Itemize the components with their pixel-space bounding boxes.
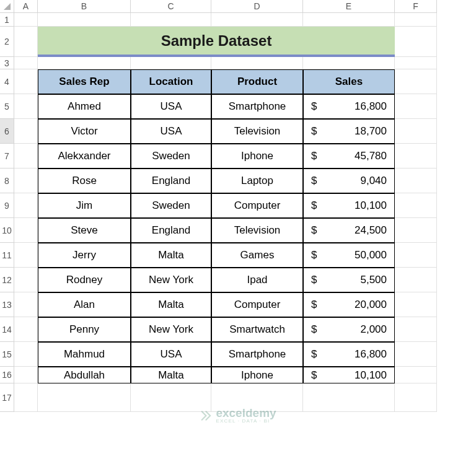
row-head-17[interactable]: 17 <box>0 383 14 412</box>
cell[interactable] <box>395 383 437 412</box>
row-head-12[interactable]: 12 <box>0 268 14 292</box>
col-head-B[interactable]: B <box>38 0 131 13</box>
table-cell-sales[interactable]: $16,800 <box>303 342 395 367</box>
select-all-corner[interactable] <box>0 0 14 13</box>
table-cell-sales[interactable]: $2,000 <box>303 317 395 342</box>
table-cell-prod[interactable]: Computer <box>211 292 303 317</box>
row-head-15[interactable]: 15 <box>0 342 14 367</box>
row-head-14[interactable]: 14 <box>0 317 14 342</box>
cell[interactable] <box>14 57 38 69</box>
cell[interactable] <box>14 367 38 383</box>
table-cell-loc[interactable]: USA <box>131 94 211 119</box>
cell[interactable] <box>395 94 437 119</box>
cell[interactable] <box>303 383 395 412</box>
cell[interactable] <box>38 13 131 27</box>
cell[interactable] <box>14 193 38 218</box>
cell[interactable] <box>14 268 38 292</box>
cell[interactable] <box>395 27 437 57</box>
table-cell-sales[interactable]: $5,500 <box>303 268 395 292</box>
row-head-5[interactable]: 5 <box>0 94 14 119</box>
cell[interactable] <box>395 13 437 27</box>
table-cell-rep[interactable]: Alan <box>38 292 131 317</box>
table-cell-rep[interactable]: Rodney <box>38 268 131 292</box>
cell[interactable] <box>14 292 38 317</box>
row-head-11[interactable]: 11 <box>0 243 14 268</box>
table-cell-loc[interactable]: USA <box>131 342 211 367</box>
cell[interactable] <box>131 57 211 69</box>
table-cell-loc[interactable]: New York <box>131 268 211 292</box>
cell[interactable] <box>395 243 437 268</box>
cell[interactable] <box>211 13 303 27</box>
cell[interactable] <box>38 383 131 412</box>
table-cell-rep[interactable]: Ahmed <box>38 94 131 119</box>
cell[interactable] <box>395 57 437 69</box>
cell[interactable] <box>14 69 38 94</box>
cell[interactable] <box>395 144 437 169</box>
cell[interactable] <box>14 243 38 268</box>
table-cell-sales[interactable]: $10,100 <box>303 367 395 383</box>
row-head-10[interactable]: 10 <box>0 218 14 243</box>
table-cell-prod[interactable]: Iphone <box>211 144 303 169</box>
table-cell-prod[interactable]: Television <box>211 218 303 243</box>
table-cell-loc[interactable]: England <box>131 218 211 243</box>
row-head-7[interactable]: 7 <box>0 144 14 169</box>
cell[interactable] <box>14 13 38 27</box>
cell[interactable] <box>14 169 38 193</box>
row-head-3[interactable]: 3 <box>0 57 14 69</box>
table-cell-rep[interactable]: Alekxander <box>38 144 131 169</box>
table-cell-prod[interactable]: Smartphone <box>211 342 303 367</box>
cell[interactable] <box>38 57 131 69</box>
cell[interactable] <box>211 57 303 69</box>
cell[interactable] <box>395 193 437 218</box>
row-head-1[interactable]: 1 <box>0 13 14 27</box>
table-cell-sales[interactable]: $10,100 <box>303 193 395 218</box>
table-cell-loc[interactable]: Malta <box>131 367 211 383</box>
cell[interactable] <box>395 342 437 367</box>
table-cell-prod[interactable]: Smartwatch <box>211 317 303 342</box>
cell[interactable] <box>14 144 38 169</box>
cell[interactable] <box>395 268 437 292</box>
table-cell-prod[interactable]: Laptop <box>211 169 303 193</box>
cell[interactable] <box>14 342 38 367</box>
cell[interactable] <box>395 119 437 144</box>
table-cell-loc[interactable]: New York <box>131 317 211 342</box>
cell[interactable] <box>303 13 395 27</box>
col-head-C[interactable]: C <box>131 0 211 13</box>
table-cell-sales[interactable]: $45,780 <box>303 144 395 169</box>
cell[interactable] <box>14 317 38 342</box>
cell[interactable] <box>14 94 38 119</box>
table-cell-sales[interactable]: $20,000 <box>303 292 395 317</box>
col-head-F[interactable]: F <box>395 0 437 13</box>
cell[interactable] <box>395 367 437 383</box>
table-cell-rep[interactable]: Jim <box>38 193 131 218</box>
cell[interactable] <box>395 69 437 94</box>
table-cell-prod[interactable]: Ipad <box>211 268 303 292</box>
table-cell-prod[interactable]: Computer <box>211 193 303 218</box>
row-head-8[interactable]: 8 <box>0 169 14 193</box>
row-head-9[interactable]: 9 <box>0 193 14 218</box>
col-head-A[interactable]: A <box>14 0 38 13</box>
table-cell-rep[interactable]: Mahmud <box>38 342 131 367</box>
table-cell-rep[interactable]: Steve <box>38 218 131 243</box>
cell[interactable] <box>14 119 38 144</box>
table-cell-prod[interactable]: Smartphone <box>211 94 303 119</box>
table-cell-sales[interactable]: $24,500 <box>303 218 395 243</box>
table-cell-prod[interactable]: Iphone <box>211 367 303 383</box>
table-cell-prod[interactable]: Games <box>211 243 303 268</box>
row-head-4[interactable]: 4 <box>0 69 14 94</box>
row-head-2[interactable]: 2 <box>0 27 14 57</box>
cell[interactable] <box>395 169 437 193</box>
table-cell-rep[interactable]: Victor <box>38 119 131 144</box>
col-head-E[interactable]: E <box>303 0 395 13</box>
table-cell-prod[interactable]: Television <box>211 119 303 144</box>
cell[interactable] <box>131 13 211 27</box>
cell[interactable] <box>303 57 395 69</box>
table-cell-loc[interactable]: Sweden <box>131 193 211 218</box>
cell[interactable] <box>14 383 38 412</box>
table-cell-loc[interactable]: England <box>131 169 211 193</box>
table-cell-loc[interactable]: Sweden <box>131 144 211 169</box>
table-cell-sales[interactable]: $18,700 <box>303 119 395 144</box>
table-cell-sales[interactable]: $9,040 <box>303 169 395 193</box>
cell[interactable] <box>14 218 38 243</box>
row-head-13[interactable]: 13 <box>0 292 14 317</box>
